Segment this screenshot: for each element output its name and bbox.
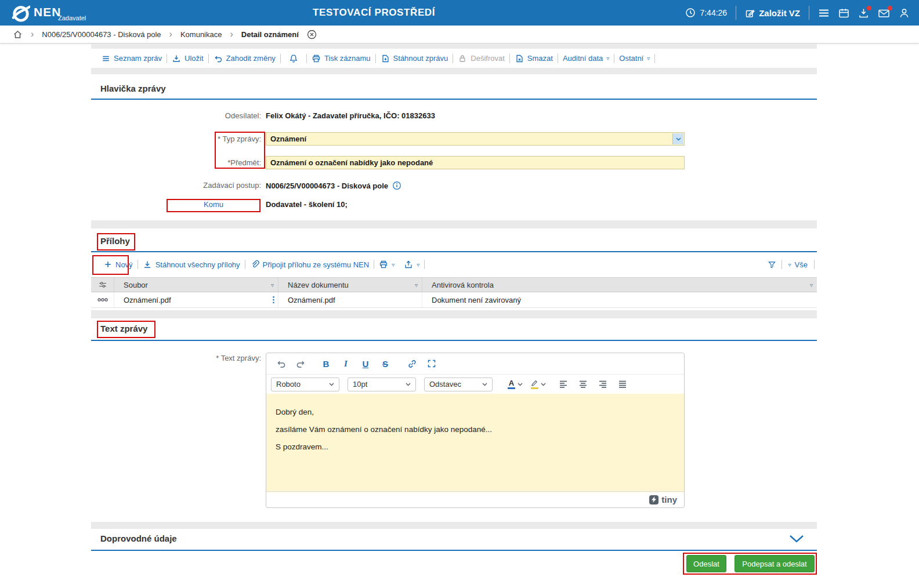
- attachments-toolbar: Nový Stáhnout všechny přílohy Připoj: [91, 255, 425, 274]
- column-settings-header[interactable]: [91, 278, 114, 292]
- recipients-value: Dodavatel - školení 10;: [266, 200, 348, 209]
- environment-title: TESTOVACÍ PROSTŘEDÍ: [313, 7, 435, 19]
- download-all-attachments-button[interactable]: Stáhnout všechny přílohy: [138, 260, 245, 269]
- column-header-docname[interactable]: Název dokumentu ▿: [278, 278, 422, 292]
- procedure-label: Zadávací postup:: [91, 181, 261, 190]
- home-icon[interactable]: [13, 30, 23, 39]
- message-text-label: * Text zprávy:: [91, 354, 261, 362]
- discard-changes-button[interactable]: Zahodit změny: [209, 54, 280, 63]
- bold-button[interactable]: B: [317, 356, 335, 371]
- print-attachments-button[interactable]: ▿: [374, 260, 399, 269]
- fullscreen-icon[interactable]: [423, 356, 440, 371]
- download-message-button[interactable]: Stáhnout zprávu: [376, 54, 453, 63]
- editor-statusbar: tiny: [266, 491, 684, 507]
- audit-data-label: Auditní data: [563, 54, 603, 63]
- link-icon[interactable]: [403, 356, 421, 371]
- nen-communication-detail-page: NEN Zadavatel TESTOVACÍ PROSTŘEDÍ 7:44:2…: [0, 0, 919, 588]
- dropdown-caret-icon: ▿: [417, 262, 419, 268]
- funnel-icon[interactable]: [768, 260, 776, 269]
- section-title-message: Text zprávy: [100, 324, 147, 333]
- attachment-file-name[interactable]: Oznámení.pdf: [124, 296, 171, 304]
- row-menu-circles-icon: [97, 297, 108, 303]
- dropdown-caret-icon: ▿: [392, 262, 395, 268]
- hamburger-icon: [818, 8, 830, 19]
- user-profile-button[interactable]: [899, 8, 910, 19]
- delete-button[interactable]: Smazat: [510, 54, 558, 63]
- export-attachments-button[interactable]: ▿: [399, 260, 424, 269]
- block-format-select[interactable]: Odstavec: [424, 378, 493, 391]
- other-actions-button[interactable]: Ostatní ▿: [614, 54, 654, 63]
- highlight-color-button[interactable]: [531, 380, 546, 389]
- text-color-button[interactable]: A: [508, 379, 523, 389]
- other-actions-label: Ostatní: [619, 54, 643, 63]
- info-icon[interactable]: [392, 181, 401, 190]
- column-header-file[interactable]: Soubor ▿: [114, 278, 278, 292]
- brand-name: NEN: [34, 5, 61, 19]
- edit-icon: [745, 8, 755, 18]
- strikethrough-button[interactable]: S: [377, 356, 394, 371]
- attach-from-nen-button[interactable]: Připojit přílohu ze systému NEN: [245, 260, 374, 269]
- cell-menu-dots-icon[interactable]: [272, 296, 275, 304]
- font-size-select[interactable]: 10pt: [348, 378, 416, 391]
- message-type-input[interactable]: Oznámení: [266, 132, 685, 146]
- view-filter-dropdown[interactable]: ▿ Vše: [787, 260, 809, 269]
- create-vz-button[interactable]: Založit VZ: [745, 8, 800, 18]
- breadcrumb-current: Detail oznámení: [241, 30, 299, 39]
- send-button[interactable]: Odeslat: [686, 555, 726, 572]
- align-justify-icon[interactable]: [618, 380, 627, 389]
- recipients-button[interactable]: Komu: [167, 200, 260, 212]
- redo-icon[interactable]: [292, 356, 309, 371]
- row-handle[interactable]: [91, 292, 114, 307]
- messages-button[interactable]: [878, 8, 890, 19]
- align-right-icon[interactable]: [598, 380, 607, 389]
- new-attachment-button[interactable]: Nový: [99, 260, 138, 269]
- message-type-dropdown-button[interactable]: [672, 133, 683, 144]
- message-list-button[interactable]: Seznam zpráv: [97, 54, 167, 63]
- menu-button[interactable]: [818, 8, 830, 19]
- section-title-header: Hlavička zprávy: [100, 84, 166, 93]
- breadcrumb-communication[interactable]: Komunikace: [180, 30, 222, 39]
- message-line: S pozdravem...: [276, 442, 675, 451]
- sign-and-send-button[interactable]: Podepsat a odeslat: [735, 555, 815, 572]
- save-button[interactable]: Uložit: [167, 54, 208, 63]
- column-header-antivirus[interactable]: Antivirová kontrola ▿: [422, 278, 817, 292]
- message-header-panel: Hlavička zprávy Odesílatel: Felix Okátý …: [91, 74, 817, 220]
- close-tab-icon[interactable]: [307, 30, 317, 39]
- new-attachment-label: Nový: [115, 260, 133, 269]
- undo-icon[interactable]: [272, 356, 290, 371]
- underline-button[interactable]: U: [357, 356, 374, 371]
- subject-input[interactable]: Oznámení o označení nabídky jako nepodan…: [266, 156, 685, 169]
- audit-data-button[interactable]: Auditní data ▿: [558, 54, 614, 63]
- filter-caret-icon[interactable]: ▿: [415, 282, 418, 288]
- save-label: Uložit: [184, 54, 204, 63]
- editor-toolbar-row1: B I U S: [266, 353, 684, 374]
- filter-caret-icon[interactable]: ▿: [810, 282, 813, 288]
- font-family-select[interactable]: Roboto: [271, 378, 339, 391]
- align-left-icon[interactable]: [559, 380, 568, 389]
- section-underline: [91, 99, 817, 100]
- tinymce-logo-icon: [649, 495, 659, 504]
- breadcrumb-procedure[interactable]: N006/25/V00004673 - Disková pole: [42, 30, 161, 39]
- message-line: Dobrý den,: [276, 408, 675, 416]
- filter-caret-icon[interactable]: ▿: [271, 282, 274, 288]
- column-header-antivirus-label: Antivirová kontrola: [432, 281, 494, 289]
- notification-bell-button[interactable]: [281, 54, 306, 63]
- dropdown-caret-icon: ▿: [606, 55, 609, 61]
- cell-antivirus: Dokument není zavirovaný: [422, 292, 817, 307]
- align-center-icon[interactable]: [578, 380, 588, 389]
- breadcrumb-separator: ›: [230, 30, 233, 39]
- tinymce-brand: tiny: [661, 495, 677, 504]
- section-title-attachments: Přílohy: [100, 236, 130, 246]
- person-icon: [899, 8, 910, 19]
- attachment-row[interactable]: Oznámení.pdf Oznámení.pdf Dokument není …: [91, 292, 817, 308]
- nen-logo-icon[interactable]: [12, 4, 30, 23]
- message-body-textarea[interactable]: Dobrý den, zasíláme Vám oznámení o označ…: [266, 394, 684, 492]
- session-timer: 7:44:26: [685, 8, 727, 18]
- calendar-button[interactable]: [838, 8, 849, 19]
- downloads-button[interactable]: [858, 8, 869, 19]
- toolbar-separator: [654, 54, 655, 63]
- italic-button[interactable]: I: [337, 356, 354, 371]
- toolbar-separator: [424, 260, 425, 269]
- expand-section-chevron-icon[interactable]: [789, 535, 804, 543]
- print-record-button[interactable]: Tisk záznamu: [307, 54, 375, 63]
